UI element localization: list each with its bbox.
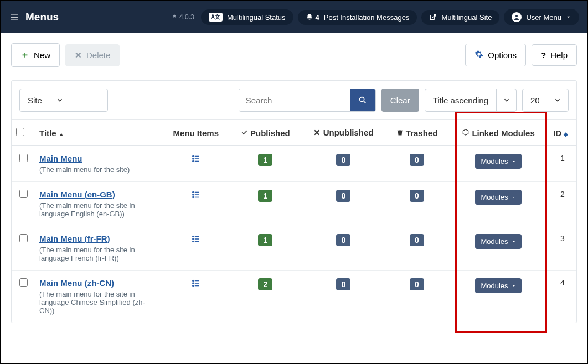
row-id: 4 — [549, 271, 576, 323]
col-id[interactable]: ID ◆ — [549, 120, 576, 146]
client-select-label: Site — [20, 89, 50, 111]
gear-icon — [474, 50, 483, 60]
col-unpublished-label: Unpublished — [323, 128, 374, 137]
col-trashed-label: Trashed — [406, 128, 438, 138]
menu-items-icon[interactable] — [191, 157, 201, 165]
limit-select[interactable]: 20 — [522, 89, 569, 112]
col-title[interactable]: Title ▲ — [35, 120, 162, 146]
col-linked-modules-label: Linked Modules — [472, 128, 534, 138]
menu-description: (The main menu for the site) — [39, 165, 158, 174]
col-trashed: Trashed — [386, 120, 448, 146]
close-icon: ✕ — [313, 128, 321, 137]
toolbar: ＋ New ✕ Delete Options ? Help — [11, 43, 577, 67]
new-button[interactable]: ＋ New — [11, 43, 60, 67]
close-icon: ✕ — [75, 50, 82, 60]
delete-button[interactable]: ✕ Delete — [65, 44, 120, 66]
svg-point-19 — [193, 236, 194, 237]
modules-dropdown-button[interactable]: Modules — [475, 278, 521, 293]
multilingual-status-label: Multilingual Status — [227, 13, 286, 22]
search-group — [239, 89, 376, 112]
bell-icon — [306, 13, 313, 21]
trashed-count: 0 — [410, 278, 424, 290]
sort-select-label: Title ascending — [425, 89, 496, 111]
published-count: 2 — [258, 278, 272, 290]
external-link-icon — [429, 13, 437, 21]
menu-items-icon[interactable] — [191, 281, 201, 290]
cube-icon — [462, 128, 470, 136]
menu-items-icon[interactable] — [191, 193, 201, 201]
menu-title-link[interactable]: Main Menu (zh-CN) — [39, 278, 114, 288]
filters-row: Site Clear Title ascending — [12, 81, 576, 120]
multilingual-site-button[interactable]: Multilingual Site — [421, 10, 499, 25]
modules-dropdown-button[interactable]: Modules — [475, 190, 521, 205]
svg-point-17 — [193, 197, 194, 198]
menu-title-link[interactable]: Main Menu (fr-FR) — [39, 234, 110, 243]
post-install-count: 4 — [316, 13, 319, 22]
unpublished-count: 0 — [336, 154, 350, 166]
svg-point-9 — [193, 158, 194, 159]
search-input[interactable] — [239, 89, 350, 111]
sort-asc-icon: ▲ — [59, 131, 64, 137]
version-text: 4.0.3 — [179, 13, 194, 21]
table-row: Main Menu (zh-CN) (The main menu for the… — [12, 271, 576, 323]
search-icon — [358, 96, 367, 105]
row-id: 3 — [549, 226, 576, 271]
modules-button-label: Modules — [481, 237, 508, 246]
client-select[interactable]: Site — [19, 89, 108, 112]
svg-point-7 — [193, 156, 194, 157]
menu-title-link[interactable]: Main Menu — [39, 154, 82, 163]
col-linked-modules: Linked Modules — [448, 120, 549, 146]
chevron-down-icon — [496, 89, 516, 111]
multilingual-status-button[interactable]: A文 Multilingual Status — [201, 9, 293, 25]
search-button[interactable] — [350, 89, 375, 111]
post-install-label: Post Installation Messages — [324, 13, 410, 22]
row-checkbox[interactable] — [19, 190, 28, 198]
row-id: 1 — [549, 146, 576, 182]
row-checkbox[interactable] — [19, 278, 28, 287]
clear-button[interactable]: Clear — [381, 89, 419, 112]
col-unpublished: ✕ Unpublished — [301, 120, 386, 146]
plus-icon: ＋ — [20, 49, 29, 61]
trashed-count: 0 — [410, 190, 424, 202]
trashed-count: 0 — [410, 234, 424, 246]
row-checkbox[interactable] — [19, 154, 28, 162]
col-published-label: Published — [250, 128, 290, 138]
multilingual-site-label: Multilingual Site — [441, 13, 492, 22]
modules-dropdown-button[interactable]: Modules — [475, 234, 521, 249]
col-published: Published — [230, 120, 301, 146]
modules-button-label: Modules — [481, 157, 508, 165]
joomla-version: 4.0.3 — [171, 13, 194, 21]
published-count: 1 — [258, 190, 272, 202]
modules-dropdown-button[interactable]: Modules — [475, 154, 521, 169]
menu-title-link[interactable]: Main Menu (en-GB) — [39, 190, 115, 199]
svg-point-27 — [193, 283, 194, 284]
post-install-messages-button[interactable]: 4 Post Installation Messages — [298, 10, 417, 25]
chevron-down-icon — [512, 195, 516, 200]
table-body: Main Menu (The main menu for the site) 1… — [12, 146, 576, 323]
help-button[interactable]: ? Help — [532, 44, 577, 66]
modules-button-label: Modules — [481, 282, 508, 290]
svg-point-11 — [193, 161, 194, 162]
menu-items-icon[interactable] — [191, 237, 201, 246]
trashed-count: 0 — [410, 154, 424, 166]
svg-point-13 — [193, 192, 194, 193]
unpublished-count: 0 — [336, 234, 350, 246]
content-panel: Site Clear Title ascending — [11, 80, 577, 323]
help-button-label: Help — [550, 50, 568, 60]
row-checkbox[interactable] — [19, 234, 28, 242]
col-menu-items: Menu Items — [162, 120, 230, 146]
svg-point-15 — [193, 194, 194, 195]
options-button[interactable]: Options — [465, 44, 526, 66]
menu-toggle-icon[interactable] — [9, 12, 20, 22]
sort-select[interactable]: Title ascending — [425, 89, 517, 112]
col-title-label: Title — [39, 128, 56, 138]
limit-select-label: 20 — [523, 89, 548, 111]
menu-description: (The main menu for the site in language … — [39, 201, 158, 218]
svg-line-6 — [364, 101, 365, 103]
select-all-checkbox[interactable] — [16, 128, 24, 136]
check-icon — [241, 129, 248, 136]
unpublished-count: 0 — [336, 278, 350, 290]
user-menu-button[interactable]: User Menu — [504, 9, 579, 25]
menu-description: (The main menu for the site in language … — [39, 246, 158, 262]
svg-point-4 — [515, 15, 518, 17]
